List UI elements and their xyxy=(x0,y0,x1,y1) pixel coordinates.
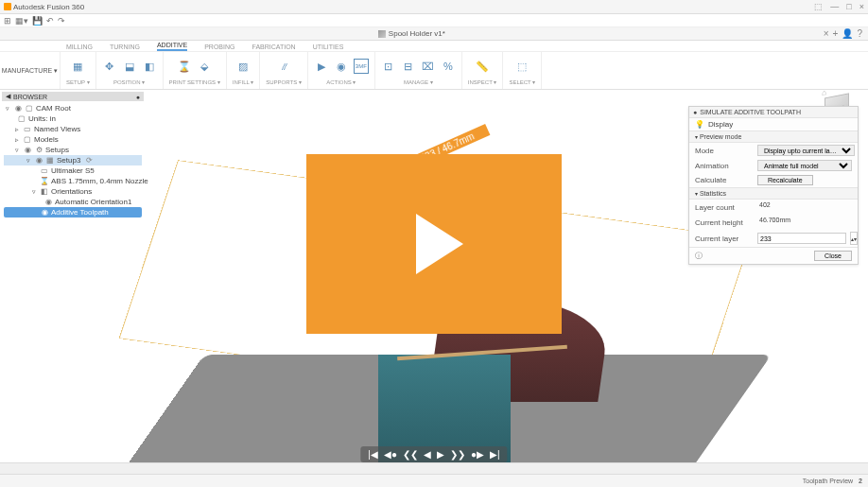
group-select[interactable]: SELECT ▾ xyxy=(509,78,535,85)
layer-count-label: Layer count xyxy=(695,203,754,212)
document-icon xyxy=(378,30,386,38)
manage-icon-3[interactable]: ⌧ xyxy=(421,59,436,74)
place-icon[interactable]: ⬓ xyxy=(122,59,137,74)
manage-icon-2[interactable]: ⊟ xyxy=(401,59,416,74)
status-count: 2 xyxy=(859,478,862,484)
layer-stepper[interactable]: ▴▾ xyxy=(850,232,858,245)
undo-icon[interactable]: ↶ xyxy=(46,16,54,26)
animation-select[interactable]: Animate full model xyxy=(757,160,852,171)
ribbon-tab-utilities[interactable]: UTILITIES xyxy=(313,43,344,51)
group-position[interactable]: POSITION ▾ xyxy=(113,78,145,85)
user-icon[interactable]: 👤 xyxy=(842,28,853,39)
window-min-icon[interactable]: — xyxy=(830,2,839,11)
group-supports[interactable]: SUPPORTS ▾ xyxy=(266,78,302,85)
prev-key-icon[interactable]: ◀● xyxy=(384,449,397,460)
tree-models[interactable]: ▹▢Models xyxy=(4,134,142,145)
preview-section[interactable]: Preview mode xyxy=(700,133,741,140)
gear-icon[interactable]: ● xyxy=(693,109,697,115)
save-icon[interactable]: 💾 xyxy=(32,16,43,26)
move-icon[interactable]: ✥ xyxy=(102,59,117,74)
tree-additive-toolpath[interactable]: ◉Additive Toolpath xyxy=(4,207,142,217)
next-key-icon[interactable]: ●▶ xyxy=(471,449,484,460)
document-tab[interactable]: Spool Holder v1* xyxy=(378,29,445,38)
play-icon[interactable]: ▶ xyxy=(437,449,444,460)
mode-select[interactable]: Display upto current la… xyxy=(757,145,855,156)
close-button[interactable]: Close xyxy=(814,251,852,261)
inspect-icon[interactable]: 📏 xyxy=(473,57,492,76)
group-infill[interactable]: INFILL ▾ xyxy=(233,78,253,85)
bulb-icon[interactable]: 💡 xyxy=(695,120,704,129)
window-close-icon[interactable]: × xyxy=(859,2,864,11)
simulate-panel: ●SIMULATE ADDITIVE TOOLPATH 💡Display ▾ P… xyxy=(688,106,859,265)
ribbon-tab-fabrication[interactable]: FABRICATION xyxy=(252,43,296,51)
browser-opts-icon[interactable]: ● xyxy=(136,94,140,100)
info-icon[interactable]: ⓘ xyxy=(695,251,703,261)
rewind-icon[interactable]: ❮❮ xyxy=(403,449,418,460)
redo-icon[interactable]: ↷ xyxy=(58,16,65,26)
animation-label: Animation xyxy=(695,162,754,170)
ribbon-tab-turning[interactable]: TURNING xyxy=(110,43,140,51)
layer-count-value: 402 xyxy=(757,201,852,213)
fast-fwd-icon[interactable]: ❯❯ xyxy=(450,449,465,460)
tab-add-icon[interactable]: + xyxy=(833,28,839,39)
first-icon[interactable]: |◀ xyxy=(368,449,378,460)
last-icon[interactable]: ▶| xyxy=(490,449,500,460)
tree-setups[interactable]: ▿◉⚙Setups xyxy=(4,145,142,155)
machine-icon[interactable]: ⬙ xyxy=(197,59,212,74)
print-settings-icon[interactable]: ⌛ xyxy=(177,59,192,74)
browser-title: BROWSER xyxy=(13,94,47,100)
tree-orientations[interactable]: ▿◧Orientations xyxy=(4,186,142,197)
simulate-panel-title: SIMULATE ADDITIVE TOOLPATH xyxy=(700,109,801,115)
group-actions[interactable]: ACTIONS ▾ xyxy=(326,78,356,85)
stats-section[interactable]: Statistics xyxy=(700,190,726,197)
ribbon-tab-milling[interactable]: MILLING xyxy=(66,43,93,51)
group-inspect[interactable]: INSPECT ▾ xyxy=(468,78,497,85)
current-layer-input[interactable] xyxy=(757,233,846,244)
tree-auto-orient[interactable]: ◉Automatic Orientation1 xyxy=(4,197,142,207)
app-title: Autodesk Fusion 360 xyxy=(13,3,84,11)
data-panel-icon[interactable]: ⊞ xyxy=(4,16,11,26)
auto-orient-icon[interactable]: ◧ xyxy=(142,59,157,74)
group-print-settings[interactable]: PRINT SETTINGS ▾ xyxy=(169,78,220,85)
tab-close-icon[interactable]: × xyxy=(824,28,829,39)
status-text: Toolpath Preview xyxy=(803,478,853,484)
window-max-icon[interactable]: □ xyxy=(846,2,851,11)
calculate-label: Calculate xyxy=(695,176,754,184)
home-icon[interactable]: ⌂ xyxy=(822,88,826,97)
misc-icon[interactable]: ⬚ xyxy=(814,2,823,11)
manage-icon-4[interactable]: % xyxy=(441,59,456,74)
browser-collapse-icon[interactable]: ◀ xyxy=(6,93,10,100)
play-triangle-icon xyxy=(416,214,463,274)
tree-named-views[interactable]: ▹▭Named Views xyxy=(4,124,142,134)
tree-setup3[interactable]: ▿◉▦Setup3⟳ xyxy=(4,155,142,165)
select-icon[interactable]: ⬚ xyxy=(512,57,531,76)
current-height-label: Current height xyxy=(695,218,754,227)
setup-icon[interactable]: ▦ xyxy=(68,57,87,76)
generate-icon[interactable]: ▶ xyxy=(314,59,329,74)
group-manage[interactable]: MANAGE ▾ xyxy=(404,78,433,85)
manage-icon-1[interactable]: ⊡ xyxy=(381,59,396,74)
supports-icon[interactable]: ⫽ xyxy=(274,57,293,76)
tree-units[interactable]: ▢Units: in xyxy=(4,113,142,124)
playback-bar: |◀ ◀● ❮❮ ◀ ▶ ❯❯ ●▶ ▶| xyxy=(360,446,507,462)
export-icon[interactable]: 3MF xyxy=(354,59,369,74)
tree-ultimaker[interactable]: ▭Ultimaker S5 xyxy=(4,165,142,176)
recalculate-button[interactable]: Recalculate xyxy=(757,175,813,185)
file-menu-icon[interactable]: ▦▾ xyxy=(15,16,28,26)
ribbon-tab-additive[interactable]: ADDITIVE xyxy=(157,42,187,51)
tree-cam-root[interactable]: ▿◉▢CAM Root xyxy=(4,103,142,113)
step-back-icon[interactable]: ◀ xyxy=(424,449,431,460)
video-play-overlay[interactable] xyxy=(306,154,562,334)
display-label: Display xyxy=(708,120,733,129)
help-icon[interactable]: ? xyxy=(857,28,862,39)
current-layer-label: Current layer xyxy=(695,235,754,243)
tree-material[interactable]: ⌛ABS 1.75mm, 0.4mm Nozzle xyxy=(4,176,142,186)
group-setup[interactable]: SETUP ▾ xyxy=(66,78,90,85)
timeline[interactable] xyxy=(0,462,868,474)
simulate-icon[interactable]: ◉ xyxy=(334,59,349,74)
ribbon-tab-probing[interactable]: PROBING xyxy=(204,43,234,51)
infill-icon[interactable]: ▨ xyxy=(234,57,252,76)
context-icon[interactable]: ⟳ xyxy=(86,156,93,165)
mode-label: Mode xyxy=(695,147,754,155)
workspace-selector[interactable]: MANUFACTURE▾ xyxy=(0,52,61,89)
